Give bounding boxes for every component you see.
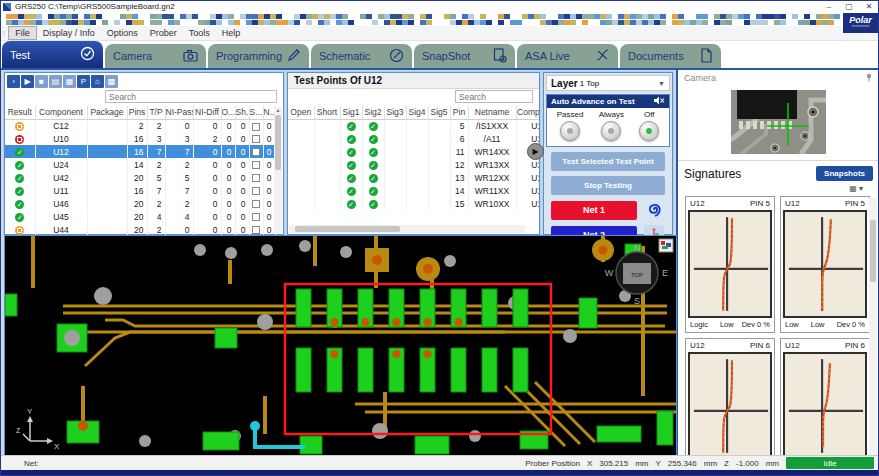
- toolbar-button[interactable]: ▶: [21, 75, 34, 88]
- signature-card[interactable]: U12 PIN 5 Logic Low De: [685, 196, 775, 333]
- component-row[interactable]: U10 16 3 3 2 0 0 0: [5, 132, 275, 145]
- pin-icon[interactable]: [865, 73, 873, 86]
- testpoint-row[interactable]: 12 WR13XX U12 Logi: [288, 158, 539, 171]
- testpoint-row[interactable]: 6 /A11 U12 Logi: [288, 132, 539, 145]
- tab-asa-live[interactable]: ASA Live: [517, 44, 618, 68]
- signature-card[interactable]: U12 PIN 6: [780, 338, 870, 466]
- testpoint-row[interactable]: 11 WR14XX U12 Logi: [288, 145, 539, 158]
- probe-swirl-icon[interactable]: [644, 200, 664, 220]
- toolbar-button[interactable]: ▩: [105, 75, 118, 88]
- row-checkbox[interactable]: [252, 174, 260, 182]
- toolbar-button[interactable]: ▤: [49, 75, 62, 88]
- testpoints-column-header[interactable]: Sig5: [428, 106, 450, 119]
- testpoints-column-header[interactable]: Sig3: [384, 106, 406, 119]
- test-selected-button[interactable]: Test Selected Test Point: [551, 152, 665, 171]
- minimize-button[interactable]: –: [819, 2, 839, 11]
- testpoints-column-header[interactable]: Pin: [450, 106, 468, 119]
- component-row[interactable]: C12 2 2 0 0 0 0 0: [5, 119, 275, 132]
- menu-item[interactable]: Display / Info: [37, 27, 101, 39]
- testpoint-row[interactable]: 13 WR12XX U12 Logi: [288, 171, 539, 184]
- components-column-header[interactable]: O...: [221, 106, 235, 119]
- component-row[interactable]: U42 20 5 5 0 0 0 0: [5, 171, 275, 184]
- row-checkbox[interactable]: [252, 148, 260, 156]
- components-scrollbar[interactable]: ▲: [274, 107, 282, 233]
- components-column-header[interactable]: Result: [5, 106, 35, 119]
- radio-button[interactable]: [560, 121, 580, 141]
- row-checkbox[interactable]: [252, 135, 260, 143]
- scroll-up-icon[interactable]: ▲: [274, 107, 282, 113]
- tab-snapshot[interactable]: SnapShot: [414, 44, 515, 68]
- stop-testing-button[interactable]: Stop Testing: [551, 176, 665, 195]
- testpoints-search-input[interactable]: [455, 90, 533, 103]
- net1-button[interactable]: Net 1: [551, 201, 637, 220]
- scrollbar-thumb[interactable]: [870, 220, 876, 282]
- testpoint-row[interactable]: 14 WR11XX U12 Logi: [288, 184, 539, 197]
- cell-sig1: [340, 184, 362, 197]
- cell-short: [314, 184, 340, 197]
- toolbar-button[interactable]: ⌂: [91, 75, 104, 88]
- signature-card[interactable]: U12 PIN 6: [685, 338, 775, 466]
- component-row[interactable]: U46 20 2 2 0 0 0 0: [5, 197, 275, 210]
- components-column-header[interactable]: Package: [87, 106, 127, 119]
- radio-button[interactable]: [601, 121, 621, 141]
- signatures-view-options[interactable]: ▦ ▾: [678, 183, 879, 195]
- sig3-status-icon: [391, 200, 400, 209]
- hscrollbar-thumb[interactable]: [295, 226, 400, 232]
- testpoint-row[interactable]: 15 WR10XX U12 Logi: [288, 197, 539, 210]
- signatures-scrollbar[interactable]: [869, 198, 877, 455]
- tab-programming[interactable]: Programming: [208, 44, 309, 68]
- testpoint-row[interactable]: 5 /IS1XXX U12 Logi: [288, 119, 539, 132]
- row-checkbox[interactable]: [252, 187, 260, 195]
- component-row[interactable]: U11 16 7 7 0 0 0 0: [5, 184, 275, 197]
- mute-speaker-icon[interactable]: [654, 96, 665, 107]
- testpoints-column-header[interactable]: Sig2: [362, 106, 384, 119]
- panel-expand-button[interactable]: ▶: [527, 143, 544, 160]
- signature-card[interactable]: U12 PIN 5 Low Low Dev: [780, 196, 870, 333]
- layer-dropdown[interactable]: Layer 1 Top ▼: [546, 75, 670, 91]
- tab-test[interactable]: Test: [2, 41, 103, 68]
- testpoints-column-header[interactable]: Short: [314, 106, 340, 119]
- scrollbar-thumb[interactable]: [275, 115, 281, 170]
- components-column-header[interactable]: S...: [249, 106, 263, 119]
- components-column-header[interactable]: T/P: [147, 106, 165, 119]
- components-search-input[interactable]: [105, 90, 277, 103]
- open-status-icon: [296, 161, 305, 170]
- components-column-header[interactable]: Sh...: [235, 106, 249, 119]
- radio-button[interactable]: [639, 121, 659, 141]
- cell-o: 0: [221, 197, 235, 210]
- testpoints-hscrollbar[interactable]: [289, 225, 525, 233]
- row-checkbox[interactable]: [252, 213, 260, 221]
- menu-item[interactable]: Tools: [183, 27, 216, 39]
- components-column-header[interactable]: Component: [35, 106, 87, 119]
- component-row[interactable]: U12 16 7 7 0 0 0 0: [5, 145, 275, 158]
- row-checkbox[interactable]: [252, 200, 260, 208]
- components-column-header[interactable]: Pins: [127, 106, 147, 119]
- testpoints-column-header[interactable]: Netname: [468, 106, 516, 119]
- testpoints-column-header[interactable]: Sig4: [406, 106, 428, 119]
- pcb-board-view[interactable]: TOP N S W E Y X Z: [4, 235, 677, 456]
- component-row[interactable]: U24 14 2 2 0 0 0 0: [5, 158, 275, 171]
- maximize-button[interactable]: ▢: [839, 2, 859, 11]
- toolbar-button[interactable]: ›: [7, 75, 20, 88]
- row-checkbox[interactable]: [252, 123, 260, 131]
- testpoints-column-header[interactable]: Component: [516, 106, 539, 119]
- menu-item[interactable]: Options: [101, 27, 144, 39]
- menu-item[interactable]: Prober: [144, 27, 183, 39]
- tab-camera[interactable]: Camera: [105, 44, 206, 68]
- testpoints-column-header[interactable]: Open: [288, 106, 314, 119]
- toolbar-button[interactable]: ▦: [63, 75, 76, 88]
- component-row[interactable]: U45 20 4 4 0 0 0 0: [5, 210, 275, 223]
- tab-schematic[interactable]: Schematic: [311, 44, 412, 68]
- row-checkbox[interactable]: [252, 226, 260, 234]
- testpoints-column-header[interactable]: Sig1: [340, 106, 362, 119]
- toolbar-button[interactable]: P: [77, 75, 90, 88]
- menu-item[interactable]: Help: [216, 27, 247, 39]
- close-button[interactable]: ✕: [859, 2, 879, 11]
- menu-item[interactable]: File: [8, 26, 37, 40]
- snapshots-button[interactable]: Snapshots: [816, 166, 873, 181]
- toolbar-button[interactable]: ■: [35, 75, 48, 88]
- tab-documents[interactable]: Documents: [620, 44, 721, 68]
- components-column-header[interactable]: NI-Pass: [165, 106, 193, 119]
- row-checkbox[interactable]: [252, 161, 260, 169]
- components-column-header[interactable]: NI-Diff: [193, 106, 221, 119]
